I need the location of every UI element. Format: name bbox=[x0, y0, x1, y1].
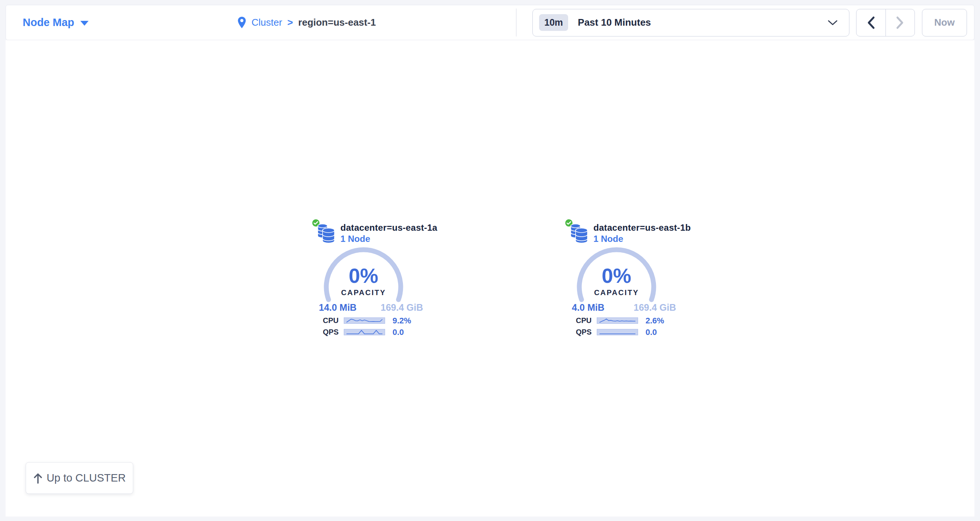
time-history-buttons bbox=[856, 9, 915, 37]
time-back-button[interactable] bbox=[856, 9, 886, 36]
cpu-metric-row: CPU 9.2% bbox=[318, 315, 437, 327]
locality-card-header: datacenter=us-east-1a 1 Node bbox=[340, 222, 437, 244]
up-to-cluster-button[interactable]: Up to CLUSTER bbox=[25, 462, 133, 494]
capacity-total: 169.4 GiB bbox=[380, 302, 423, 313]
locality-card-header: datacenter=us-east-1b 1 Node bbox=[593, 222, 691, 244]
qps-sparkline bbox=[344, 329, 385, 335]
time-range-label: Past 10 Minutes bbox=[578, 17, 651, 28]
cpu-label: CPU bbox=[318, 316, 339, 325]
cpu-label: CPU bbox=[571, 316, 592, 325]
breadcrumb-current: region=us-east-1 bbox=[298, 17, 376, 28]
locality-node-count: 1 Node bbox=[340, 233, 437, 244]
breadcrumb-separator: > bbox=[287, 17, 293, 28]
up-to-cluster-label: Up to CLUSTER bbox=[46, 472, 126, 484]
caret-down-icon bbox=[80, 21, 89, 25]
capacity-percent: 0% bbox=[549, 264, 684, 288]
qps-sparkline bbox=[597, 329, 638, 335]
topbar-divider bbox=[516, 8, 516, 37]
cpu-sparkline bbox=[597, 317, 638, 324]
qps-value: 0.0 bbox=[646, 328, 657, 337]
locality-card-us-east-1b[interactable]: datacenter=us-east-1b 1 Node 0% CAPACITY… bbox=[549, 218, 706, 343]
qps-value: 0.0 bbox=[393, 328, 404, 337]
arrow-up-icon bbox=[33, 473, 43, 484]
capacity-caption: CAPACITY bbox=[296, 288, 431, 297]
node-map-canvas: datacenter=us-east-1a 1 Node 0% CAPACITY… bbox=[6, 40, 974, 516]
qps-metric-row: QPS 0.0 bbox=[318, 327, 437, 338]
capacity-caption: CAPACITY bbox=[549, 288, 684, 297]
capacity-used: 4.0 MiB bbox=[572, 302, 605, 313]
metric-rows: CPU 9.2% QPS 0.0 bbox=[318, 315, 437, 338]
capacity-used: 14.0 MiB bbox=[319, 302, 356, 313]
datacenter-icon bbox=[317, 224, 335, 244]
location-pin-icon bbox=[237, 16, 246, 29]
chevron-down-icon bbox=[827, 19, 838, 26]
datacenter-icon bbox=[570, 224, 588, 244]
locality-title: datacenter=us-east-1b bbox=[593, 222, 691, 233]
breadcrumb: Cluster > region=us-east-1 bbox=[237, 5, 376, 40]
capacity-values: 14.0 MiB 169.4 GiB bbox=[319, 302, 423, 313]
view-selector-dropdown[interactable]: Node Map bbox=[23, 5, 89, 40]
now-button[interactable]: Now bbox=[922, 9, 967, 37]
top-bar: Node Map Cluster > region=us-east-1 10m … bbox=[6, 5, 974, 40]
view-selector-label: Node Map bbox=[23, 16, 75, 29]
time-range-dropdown[interactable]: 10m Past 10 Minutes bbox=[532, 9, 850, 37]
qps-label: QPS bbox=[571, 328, 592, 336]
cpu-metric-row: CPU 2.6% bbox=[571, 315, 690, 327]
node-map-screen: Node Map Cluster > region=us-east-1 10m … bbox=[0, 0, 980, 521]
chevron-left-icon bbox=[867, 16, 875, 29]
cpu-sparkline bbox=[344, 317, 385, 324]
time-forward-button[interactable] bbox=[886, 9, 915, 36]
locality-title: datacenter=us-east-1a bbox=[340, 222, 437, 233]
capacity-percent: 0% bbox=[296, 264, 431, 288]
capacity-total: 169.4 GiB bbox=[634, 302, 676, 313]
time-range-badge: 10m bbox=[539, 14, 568, 31]
locality-node-count: 1 Node bbox=[593, 233, 691, 244]
capacity-values: 4.0 MiB 169.4 GiB bbox=[572, 302, 676, 313]
qps-label: QPS bbox=[318, 328, 339, 336]
cpu-value: 2.6% bbox=[646, 316, 664, 326]
cpu-value: 9.2% bbox=[393, 316, 411, 326]
qps-metric-row: QPS 0.0 bbox=[571, 327, 690, 338]
breadcrumb-cluster-link[interactable]: Cluster bbox=[251, 17, 282, 28]
locality-card-us-east-1a[interactable]: datacenter=us-east-1a 1 Node 0% CAPACITY… bbox=[296, 218, 453, 343]
chevron-right-icon bbox=[896, 16, 904, 29]
metric-rows: CPU 2.6% QPS 0.0 bbox=[571, 315, 690, 338]
